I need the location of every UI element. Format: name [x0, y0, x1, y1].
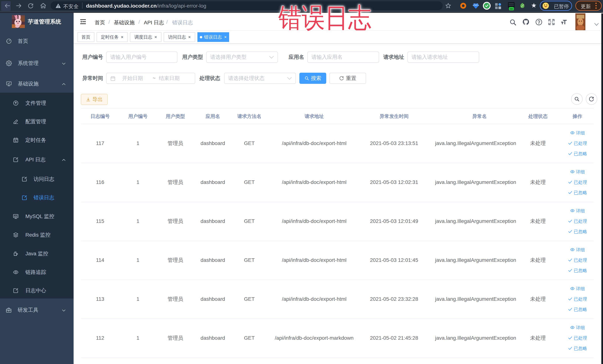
- svg-text:on: on: [510, 7, 513, 10]
